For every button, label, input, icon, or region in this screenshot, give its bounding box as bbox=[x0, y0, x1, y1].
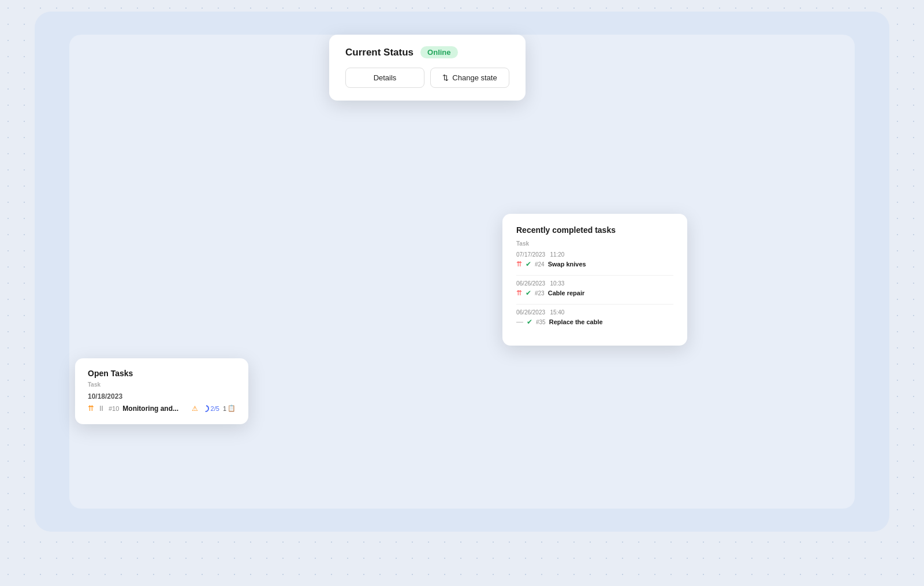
open-tasks-card: Open Tasks Task 10/18/2023 ⇈ ⏸ #10 Monit… bbox=[75, 358, 248, 424]
clipboard-icon: 📋 bbox=[228, 405, 236, 412]
progress-icon bbox=[202, 405, 210, 413]
open-tasks-col-label: Task bbox=[88, 381, 236, 388]
status-card-header: Current Status Online bbox=[345, 46, 509, 58]
task-divider bbox=[516, 275, 673, 276]
details-button[interactable]: Details bbox=[345, 68, 424, 88]
open-task-paused-icon: ⏸ bbox=[98, 404, 105, 413]
open-task-name: Monitoring and... bbox=[122, 405, 188, 413]
change-state-button[interactable]: ⇅ Change state bbox=[430, 68, 509, 88]
recent-tasks-title: Recently completed tasks bbox=[516, 225, 673, 235]
bg-inner bbox=[69, 35, 855, 509]
status-card: Current Status Online Details ⇅ Change s… bbox=[329, 35, 526, 101]
open-task-progress: 2/5 bbox=[202, 405, 219, 413]
svg-point-0 bbox=[203, 406, 208, 411]
priority-icon-35: — bbox=[516, 318, 523, 326]
task-date-35: 06/26/2023 15:40 bbox=[516, 309, 673, 316]
open-task-num: #10 bbox=[109, 405, 119, 412]
change-state-icon: ⇅ bbox=[442, 73, 449, 82]
task-num-23: #23 bbox=[535, 290, 545, 296]
task-name-23: Cable repair bbox=[548, 290, 585, 296]
task-row-23: ⇈ ✔ #23 Cable repair bbox=[516, 289, 673, 297]
task-date-23: 06/26/2023 10:33 bbox=[516, 280, 673, 287]
task-num-35: #35 bbox=[536, 319, 546, 325]
open-task-priority-icon: ⇈ bbox=[88, 404, 94, 413]
task-name-24: Swap knives bbox=[548, 261, 586, 268]
online-status-badge: Online bbox=[420, 46, 457, 58]
status-icon-23: ✔ bbox=[526, 289, 531, 297]
task-item-24: 07/17/2023 11:20 ⇈ ✔ #24 Swap knives bbox=[516, 251, 673, 268]
open-tasks-title: Open Tasks bbox=[88, 369, 236, 378]
status-card-actions: Details ⇅ Change state bbox=[345, 68, 509, 88]
change-state-label: Change state bbox=[452, 73, 497, 82]
task-num-24: #24 bbox=[535, 261, 545, 268]
recent-tasks-card: Recently completed tasks Task 07/17/2023… bbox=[502, 214, 687, 346]
open-task-date: 10/18/2023 bbox=[88, 392, 236, 400]
open-task-row: ⇈ ⏸ #10 Monitoring and... ⚠ 2/5 1 📋 bbox=[88, 404, 236, 413]
priority-icon-24: ⇈ bbox=[516, 260, 522, 268]
task-name-35: Replace the cable bbox=[549, 318, 603, 325]
task-row-24: ⇈ ✔ #24 Swap knives bbox=[516, 260, 673, 268]
status-icon-24: ✔ bbox=[526, 260, 531, 268]
open-task-count: 1 📋 bbox=[223, 405, 236, 412]
task-date-24: 07/17/2023 11:20 bbox=[516, 251, 673, 258]
task-item-35: 06/26/2023 15:40 — ✔ #35 Replace the cab… bbox=[516, 309, 673, 326]
priority-icon-23: ⇈ bbox=[516, 289, 522, 297]
task-divider bbox=[516, 304, 673, 305]
recent-tasks-col-label: Task bbox=[516, 240, 673, 247]
task-item-23: 06/26/2023 10:33 ⇈ ✔ #23 Cable repair bbox=[516, 280, 673, 297]
task-row-35: — ✔ #35 Replace the cable bbox=[516, 318, 673, 326]
open-task-warn-icon: ⚠ bbox=[192, 405, 198, 413]
status-icon-35: ✔ bbox=[527, 318, 532, 326]
status-card-title: Current Status bbox=[345, 47, 413, 58]
